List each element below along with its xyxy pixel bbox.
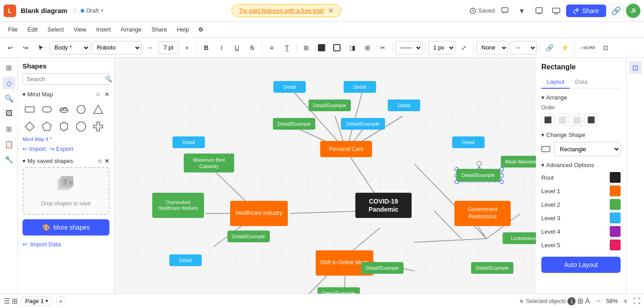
node-detail-example-4[interactable]: Detail/Example [227, 231, 270, 242]
node-detail-example-3[interactable]: Detail/Example [341, 118, 385, 130]
canvas-area[interactable]: COVID-19Pandemic Personal Care Healthcar… [114, 58, 536, 308]
notification-close-icon[interactable]: ✕ [328, 6, 334, 15]
advanced-options-header[interactable]: ▾ Advanced Options [541, 162, 621, 168]
node-detail-1[interactable]: Detail [273, 81, 306, 93]
send-backward-button[interactable]: ⬜ [570, 113, 583, 126]
font-size-increase-button[interactable]: + [180, 41, 194, 54]
link-button[interactable]: 🔗 [543, 41, 556, 54]
level-2-color[interactable] [610, 199, 621, 210]
mind-map-close-icon[interactable]: ✕ [104, 91, 109, 98]
strikethrough-button[interactable]: S [245, 41, 259, 54]
node-lockdowns[interactable]: Lockdowns [503, 232, 536, 244]
shape-pentagon[interactable] [40, 119, 54, 134]
my-saved-title[interactable]: ▾ My saved shapes [23, 158, 73, 164]
level-1-color[interactable] [610, 186, 621, 196]
arrow-end-select[interactable]: → [510, 41, 537, 54]
node-detail-5[interactable]: Detail [452, 136, 485, 148]
more-shapes-button[interactable]: 🎨 More shapes [23, 219, 109, 236]
menu-insert[interactable]: Insert [91, 24, 115, 35]
sidebar-plugin-icon[interactable]: 🔧 [3, 153, 15, 166]
extensions-icon[interactable]: ⚙ [198, 26, 204, 33]
cursor-tool-button[interactable] [34, 41, 48, 54]
shape-diamond[interactable] [23, 119, 37, 134]
sidebar-image-icon[interactable]: 🖼 [3, 107, 15, 120]
layer-icon[interactable]: ⊞ [577, 297, 583, 305]
node-detail-4[interactable]: Detail [172, 136, 205, 148]
italic-button[interactable]: I [215, 41, 228, 54]
shadow-button[interactable]: ◨ [345, 41, 359, 54]
arrange-header[interactable]: ▾ Arrange [541, 94, 621, 101]
panel-toggle-button[interactable]: ⊡ [599, 41, 612, 54]
node-detail-example-2[interactable]: Detail/Example [273, 118, 315, 130]
style-select[interactable]: Body * [50, 41, 90, 54]
menu-edit[interactable]: Edit [23, 24, 42, 35]
mind-map-header[interactable]: ▾ Mind Map ☆ ✕ [23, 89, 109, 100]
font-size-input[interactable] [159, 41, 178, 54]
present-icon-btn[interactable] [532, 4, 546, 18]
app-logo[interactable]: L [4, 5, 16, 17]
auto-layout-button[interactable]: Auto Layout [541, 257, 621, 273]
draft-chevron-icon[interactable]: ▾ [101, 8, 104, 14]
node-government[interactable]: Government Restrictions [454, 201, 511, 226]
line-weight-icon[interactable]: ⤢ [457, 41, 471, 54]
sidebar-template-icon[interactable]: 📋 [3, 138, 15, 150]
sidebar-search-icon[interactable]: 🔍 [3, 92, 15, 104]
level-4-color[interactable] [610, 226, 621, 237]
my-saved-close-icon[interactable]: ✕ [104, 158, 109, 164]
fill-color-button[interactable] [315, 41, 328, 54]
node-healthcare[interactable]: Healthcare Industry [230, 201, 288, 226]
sidebar-table-icon[interactable]: ⊞ [3, 122, 15, 135]
change-shape-header[interactable]: ▾ Change Shape [541, 131, 621, 138]
node-detail-example-selected[interactable]: Detail/Example [456, 169, 500, 181]
end-style-select[interactable]: None [476, 41, 508, 54]
shape-octagon[interactable] [74, 119, 88, 134]
waypoint-button[interactable]: ⊞ [361, 41, 374, 54]
send-to-back-button[interactable]: ⬛ [585, 113, 597, 126]
sidebar-home-icon[interactable]: ⊞ [3, 61, 15, 74]
menu-select[interactable]: Select [43, 24, 68, 35]
node-max-bed[interactable]: Maximum Bed Capacity [184, 154, 234, 172]
node-mask-mandates[interactable]: Mask Mandates [501, 156, 536, 168]
import-data-button[interactable]: ↩ Import Data [23, 239, 109, 249]
undo-button[interactable]: ↩ [4, 41, 17, 54]
node-detail-3[interactable]: Detail [388, 100, 420, 111]
font-icon[interactable]: A [585, 297, 590, 305]
fullscreen-button[interactable]: ⛶ [633, 297, 640, 305]
menu-view[interactable]: View [69, 24, 91, 35]
underline-button[interactable]: U [230, 41, 244, 54]
shape-cross[interactable] [91, 119, 105, 134]
node-detail-2[interactable]: Detail [344, 81, 376, 93]
search-input[interactable] [27, 76, 102, 82]
redo-button[interactable]: ↪ [19, 41, 32, 54]
import-button[interactable]: ↩ Import [23, 145, 46, 152]
level-root-color[interactable] [610, 172, 621, 183]
stroke-color-button[interactable] [330, 41, 344, 54]
sidebar-shapes-icon[interactable]: ◇ [3, 77, 15, 89]
user-avatar[interactable]: JI [626, 4, 640, 18]
grid-view-icon[interactable]: ⊞ [12, 297, 18, 305]
menu-share[interactable]: Share [147, 24, 172, 35]
export-button[interactable]: ↪ Export [50, 145, 73, 152]
crop-button[interactable]: ✂ [376, 41, 390, 54]
shape-rect[interactable] [23, 102, 37, 117]
right-panel-format-icon[interactable]: ⊡ [629, 61, 642, 74]
line-weight-select[interactable]: 1 px [428, 41, 455, 54]
menu-file[interactable]: File [4, 24, 22, 35]
my-saved-star-icon[interactable]: ☆ [97, 158, 103, 164]
align-left-button[interactable]: ≡ [265, 41, 278, 54]
favorite-icon[interactable]: ☆ [72, 6, 78, 15]
node-detail-example-6[interactable]: Detail/Example [471, 262, 513, 274]
level-3-color[interactable] [610, 213, 621, 223]
chevron-down-icon-btn[interactable]: ▾ [515, 4, 529, 18]
bring-to-front-button[interactable]: ⬛ [541, 113, 554, 126]
notification-link[interactable]: Try paid features with a free trial! [239, 7, 324, 14]
link-icon-btn[interactable]: 🔗 [609, 4, 623, 18]
menu-help[interactable]: Help [172, 24, 194, 35]
more-button[interactable]: ···MORE [577, 41, 597, 54]
node-detail-example-5[interactable]: Detail/Example [361, 262, 404, 274]
tab-data[interactable]: Data [570, 76, 593, 89]
shape-type-select[interactable]: Rectangle [554, 142, 621, 156]
text-format-button[interactable]: T̲ [280, 41, 294, 54]
node-detail-example-1[interactable]: Detail/Example [308, 100, 351, 111]
mind-map-star-icon[interactable]: ☆ [95, 91, 101, 98]
